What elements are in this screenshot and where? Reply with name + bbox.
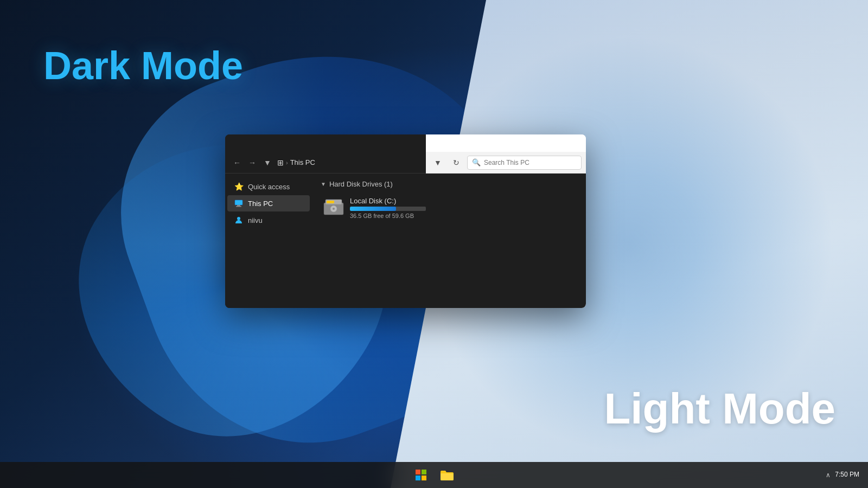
forward-button[interactable]: → bbox=[245, 155, 260, 170]
svg-rect-11 bbox=[416, 476, 420, 480]
svg-rect-9 bbox=[416, 470, 420, 474]
system-tray-chevron[interactable]: ∧ bbox=[826, 471, 831, 479]
taskbar: ∧ 7:50 PM bbox=[0, 462, 868, 488]
svg-rect-12 bbox=[422, 476, 426, 480]
sidebar-item-label-quick-access: Quick access bbox=[248, 183, 290, 191]
breadcrumb: ⊞ › This PC bbox=[277, 158, 315, 167]
drive-info: Local Disk (C:) 36.5 GB free of 59.6 GB bbox=[350, 197, 426, 219]
drive-free-space: 36.5 GB free of 59.6 GB bbox=[350, 213, 426, 219]
svg-rect-0 bbox=[235, 200, 242, 205]
start-button[interactable] bbox=[409, 463, 433, 487]
user-icon bbox=[234, 215, 244, 225]
sidebar-item-label-niivu: niivu bbox=[248, 216, 263, 224]
svg-point-7 bbox=[333, 208, 335, 210]
recent-locations-button[interactable]: ▼ bbox=[260, 155, 275, 170]
section-chevron-icon: ▼ bbox=[321, 181, 326, 187]
light-mode-label: Light Mode bbox=[604, 384, 835, 434]
search-box[interactable]: 🔍 bbox=[467, 156, 582, 170]
sidebar-item-this-pc[interactable]: This PC bbox=[227, 195, 310, 211]
section-header-label: Hard Disk Drives (1) bbox=[329, 180, 393, 188]
svg-rect-10 bbox=[422, 470, 426, 474]
back-button[interactable]: ← bbox=[229, 155, 245, 170]
sidebar-navigation: ⭐ Quick access This PC bbox=[225, 174, 312, 308]
sidebar-item-quick-access[interactable]: ⭐ Quick access bbox=[227, 178, 310, 195]
file-explorer-window: ─ □ ✕ ← → ▼ ⊞ › This PC ▼ ↻ 🔍 ⭐ Quick ac… bbox=[225, 134, 586, 308]
this-pc-icon bbox=[234, 198, 244, 208]
svg-point-3 bbox=[237, 217, 240, 220]
sidebar-item-label-this-pc: This PC bbox=[248, 200, 273, 208]
address-bar: ← → ▼ ⊞ › This PC bbox=[225, 152, 426, 174]
file-explorer-button[interactable] bbox=[435, 463, 459, 487]
refresh-button[interactable]: ↻ bbox=[449, 155, 464, 170]
taskbar-notification-area: ∧ 7:50 PM bbox=[826, 471, 859, 479]
section-header-drives: ▼ Hard Disk Drives (1) bbox=[321, 180, 577, 188]
taskbar-center-icons bbox=[409, 463, 459, 487]
address-bar-right: ▼ ↻ 🔍 bbox=[426, 152, 586, 174]
taskbar-clock: 7:50 PM bbox=[835, 471, 859, 479]
dropdown-button[interactable]: ▼ bbox=[430, 155, 445, 170]
drive-item-c[interactable]: Local Disk (C:) 36.5 GB free of 59.6 GB bbox=[321, 195, 577, 221]
drive-bar-fill bbox=[350, 207, 396, 211]
explorer-content: ⭐ Quick access This PC bbox=[225, 174, 586, 308]
drive-usage-bar bbox=[350, 207, 426, 211]
breadcrumb-this-pc[interactable]: This PC bbox=[290, 158, 315, 166]
search-icon: 🔍 bbox=[472, 158, 481, 166]
search-input[interactable] bbox=[484, 159, 577, 166]
breadcrumb-home-icon: ⊞ bbox=[277, 158, 284, 167]
quick-access-icon: ⭐ bbox=[234, 182, 244, 191]
breadcrumb-separator: › bbox=[286, 159, 288, 166]
svg-rect-1 bbox=[237, 205, 240, 206]
dark-mode-label: Dark Mode bbox=[43, 43, 243, 88]
hard-drive-icon bbox=[323, 197, 344, 216]
drive-name: Local Disk (C:) bbox=[350, 197, 426, 205]
svg-rect-8 bbox=[327, 201, 334, 203]
main-file-content: ▼ Hard Disk Drives (1) bbox=[312, 174, 586, 308]
svg-rect-2 bbox=[236, 206, 241, 207]
sidebar-item-niivu[interactable]: niivu bbox=[227, 212, 310, 228]
